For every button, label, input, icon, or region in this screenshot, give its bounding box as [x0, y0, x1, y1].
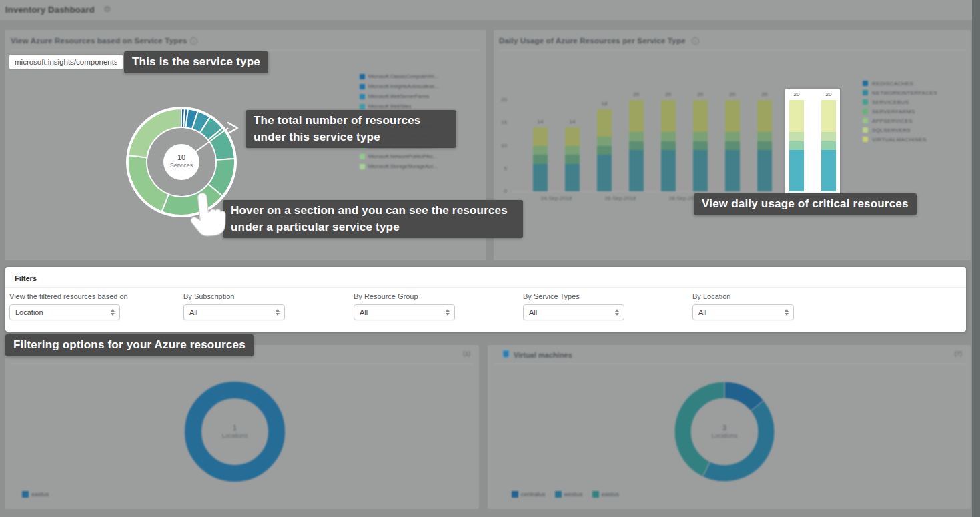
chevron-updown-icon: [111, 309, 115, 316]
legend-item: Microsoft.StorageStorageAcc...: [360, 161, 454, 171]
donut-center-caption: Services: [155, 162, 208, 169]
panel-title: Virtual machines: [514, 351, 572, 359]
filter-select-by-location[interactable]: All: [692, 304, 794, 320]
vm-legend: centraluswestuseastus: [512, 491, 619, 498]
legend-item: Microsoft.ClassicComputeVirt...: [360, 71, 454, 81]
bar-segment[interactable]: [789, 132, 804, 141]
donut-segment-westus[interactable]: [703, 400, 775, 482]
filter-label: By Location: [692, 292, 794, 300]
legend-label: Microsoft.NetworkPublicIPAd...: [368, 153, 436, 159]
legend-label: eastus: [602, 491, 620, 498]
service-type-input[interactable]: [9, 55, 123, 69]
chevron-down: [615, 313, 619, 316]
filter-selected-value: All: [529, 308, 537, 316]
bar-segment[interactable]: [821, 132, 836, 141]
legend-swatch-icon: [592, 491, 599, 498]
filter-group: By LocationAll: [692, 292, 794, 320]
tooltip-filtering-options: Filtering options for your Azure resourc…: [5, 334, 254, 356]
filter-label: By Subscription: [183, 292, 285, 300]
bar-segment[interactable]: [789, 100, 804, 132]
filter-label: View the filtered resources based on: [9, 292, 128, 300]
chevron-down: [111, 313, 115, 316]
legend-label: eastus: [31, 491, 49, 498]
app-header: Inventory Dashboard ⚙: [0, 0, 972, 20]
chevron-down: [276, 313, 280, 316]
bar-segment[interactable]: [789, 150, 804, 191]
legend-item: centralus: [512, 491, 546, 498]
bar[interactable]: [821, 100, 836, 191]
tooltip-service-type: This is the service type: [124, 51, 268, 73]
legend-label: Microsoft.StorageStorageAcc...: [368, 163, 438, 169]
divider: [493, 364, 965, 364]
filter-select-by-subscription[interactable]: All: [183, 304, 285, 320]
filter-label: By Resource Group: [354, 292, 455, 300]
scrollbar[interactable]: [972, 0, 980, 517]
legend-item: eastus: [22, 491, 49, 498]
divider: [11, 50, 480, 51]
bar-segment[interactable]: [821, 150, 836, 191]
legend-swatch-icon: [360, 154, 365, 159]
panel-title: View Azure Resources based on Service Ty…: [11, 37, 187, 45]
filter-selected-value: Location: [15, 308, 43, 316]
chevron-updown-icon: [276, 309, 280, 316]
filter-group: By Resource GroupAll: [354, 292, 455, 320]
filter-selected-value: All: [698, 308, 706, 316]
filter-group: View the filtered resources based onLoca…: [9, 292, 128, 320]
info-icon[interactable]: i: [190, 37, 197, 45]
legend-label: Microsoft.InsightsAutoscalese...: [368, 83, 438, 89]
count-badge: (1): [463, 350, 470, 357]
legend-label: westus: [564, 491, 583, 498]
filter-select-by-resource-group[interactable]: All: [354, 304, 455, 320]
legend-label: Microsoft.ClassicComputeVirt...: [368, 73, 438, 79]
donut-center-value: 1: [205, 424, 265, 432]
filter-groups: View the filtered resources based onLoca…: [5, 267, 966, 332]
filters-panel: Filters View the filtered resources base…: [5, 267, 966, 332]
divider: [11, 364, 474, 364]
virtual-machines-icon: [502, 350, 510, 358]
bar-segment[interactable]: [789, 141, 804, 151]
tooltip-total-resources: The total number of resources under this…: [246, 110, 456, 148]
bar-segment[interactable]: [821, 141, 836, 151]
legend-swatch-icon: [360, 84, 365, 89]
donut-center-caption: Locations: [694, 432, 755, 439]
legend-item: Microsoft.WebServerFarms: [360, 91, 454, 101]
filter-select-by-service-types[interactable]: All: [523, 304, 624, 320]
chevron-up: [785, 309, 789, 312]
filter-label: By Service Types: [523, 292, 624, 300]
bar-segment[interactable]: [821, 100, 836, 132]
bar[interactable]: [789, 100, 804, 191]
legend-item: Microsoft.InsightsAutoscalese...: [360, 81, 454, 91]
locations-legend: eastus: [22, 491, 49, 498]
legend-swatch-icon: [555, 491, 562, 498]
tooltip-daily-usage: View daily usage of critical resources: [694, 193, 917, 215]
locations-panel: (1) 1 Locations eastus: [5, 345, 479, 509]
chevron-up: [446, 309, 450, 312]
legend-label: Microsoft.WebSites: [368, 103, 411, 109]
donut-center-value: 3: [694, 424, 755, 432]
donut-center-label: 1 Locations: [205, 424, 265, 439]
dashboard-stage: Inventory Dashboard ⚙ View Azure Resourc…: [0, 0, 980, 517]
virtual-machines-panel: Virtual machines (7) 3 Locations central…: [488, 345, 971, 509]
legend-item: Microsoft.NetworkPublicIPAd...: [360, 151, 454, 161]
bar-value-label: 20: [821, 91, 836, 97]
chevron-up: [111, 309, 115, 312]
daily-usage-panel: Daily Usage of Azure Resources per Servi…: [494, 30, 971, 260]
donut-center-label: 3 Locations: [694, 424, 755, 439]
legend-item: eastus: [592, 491, 620, 498]
legend-label: Microsoft.WebServerFarms: [368, 93, 429, 99]
filter-select-view-the-filtered-resources-based-on[interactable]: Location: [9, 304, 120, 320]
filter-selected-value: All: [189, 308, 197, 316]
donut-center-caption: Locations: [205, 432, 265, 439]
donut-center-value: 10: [155, 153, 208, 161]
legend-swatch-icon: [360, 74, 365, 79]
legend-swatch-icon: [360, 104, 365, 109]
filter-group: By Service TypesAll: [523, 292, 624, 320]
legend-item: westus: [555, 491, 583, 498]
chevron-updown-icon: [446, 309, 450, 316]
gear-icon[interactable]: ⚙: [103, 4, 111, 14]
chevron-updown-icon: [785, 309, 789, 316]
legend-swatch-icon: [512, 491, 518, 498]
bar-value-label: 20: [789, 91, 804, 97]
legend-swatch-icon: [360, 94, 365, 99]
page-title: Inventory Dashboard: [5, 5, 95, 15]
